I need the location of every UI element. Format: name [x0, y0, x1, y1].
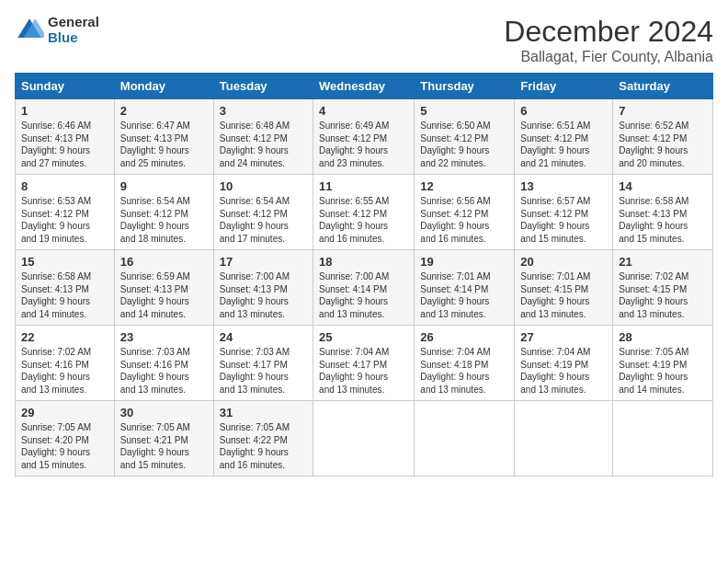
day-info: Sunrise: 6:54 AM Sunset: 4:12 PM Dayligh…: [220, 195, 307, 245]
day-number: 2: [120, 104, 208, 118]
day-cell: 18Sunrise: 7:00 AM Sunset: 4:14 PM Dayli…: [313, 250, 415, 326]
weekday-header-row: SundayMondayTuesdayWednesdayThursdayFrid…: [16, 74, 713, 99]
day-info: Sunrise: 7:01 AM Sunset: 4:15 PM Dayligh…: [520, 270, 607, 320]
page-header: General Blue December 2024 Ballagat, Fie…: [15, 15, 713, 65]
day-number: 27: [520, 330, 607, 344]
day-info: Sunrise: 7:02 AM Sunset: 4:16 PM Dayligh…: [21, 346, 108, 396]
day-info: Sunrise: 7:05 AM Sunset: 4:21 PM Dayligh…: [120, 421, 208, 471]
week-row-4: 22Sunrise: 7:02 AM Sunset: 4:16 PM Dayli…: [16, 326, 713, 401]
day-info: Sunrise: 6:48 AM Sunset: 4:12 PM Dayligh…: [220, 120, 307, 169]
day-cell: 11Sunrise: 6:55 AM Sunset: 4:12 PM Dayli…: [313, 175, 415, 250]
day-number: 3: [220, 104, 307, 118]
day-number: 12: [420, 179, 508, 193]
day-number: 28: [619, 330, 707, 344]
day-number: 4: [319, 104, 408, 118]
logo-blue-text: Blue: [48, 30, 99, 46]
day-cell: 9Sunrise: 6:54 AM Sunset: 4:12 PM Daylig…: [114, 175, 213, 250]
day-number: 18: [319, 255, 408, 269]
day-cell: 15Sunrise: 6:58 AM Sunset: 4:13 PM Dayli…: [16, 250, 115, 326]
weekday-header-friday: Friday: [515, 74, 613, 99]
week-row-5: 29Sunrise: 7:05 AM Sunset: 4:20 PM Dayli…: [16, 401, 713, 477]
day-info: Sunrise: 7:05 AM Sunset: 4:22 PM Dayligh…: [220, 421, 307, 471]
day-cell: 23Sunrise: 7:03 AM Sunset: 4:16 PM Dayli…: [114, 326, 213, 401]
day-info: Sunrise: 7:05 AM Sunset: 4:20 PM Dayligh…: [21, 421, 108, 471]
day-cell: [415, 401, 515, 477]
weekday-header-saturday: Saturday: [613, 74, 713, 99]
day-cell: 29Sunrise: 7:05 AM Sunset: 4:20 PM Dayli…: [16, 401, 115, 477]
day-cell: 13Sunrise: 6:57 AM Sunset: 4:12 PM Dayli…: [515, 175, 613, 250]
week-row-2: 8Sunrise: 6:53 AM Sunset: 4:12 PM Daylig…: [16, 175, 713, 250]
day-number: 9: [120, 179, 208, 193]
day-number: 13: [520, 179, 607, 193]
day-cell: 1Sunrise: 6:46 AM Sunset: 4:13 PM Daylig…: [16, 99, 115, 175]
day-info: Sunrise: 7:04 AM Sunset: 4:17 PM Dayligh…: [319, 346, 408, 396]
day-cell: 22Sunrise: 7:02 AM Sunset: 4:16 PM Dayli…: [16, 326, 115, 401]
day-cell: 27Sunrise: 7:04 AM Sunset: 4:19 PM Dayli…: [515, 326, 613, 401]
day-info: Sunrise: 6:50 AM Sunset: 4:12 PM Dayligh…: [420, 120, 508, 169]
weekday-header-thursday: Thursday: [415, 74, 515, 99]
day-info: Sunrise: 6:51 AM Sunset: 4:12 PM Dayligh…: [520, 120, 607, 169]
day-info: Sunrise: 7:04 AM Sunset: 4:18 PM Dayligh…: [420, 346, 508, 396]
day-number: 17: [220, 255, 307, 269]
day-info: Sunrise: 7:03 AM Sunset: 4:17 PM Dayligh…: [220, 346, 307, 396]
day-number: 1: [21, 104, 108, 118]
day-info: Sunrise: 7:05 AM Sunset: 4:19 PM Dayligh…: [619, 346, 707, 396]
logo-icon: [15, 16, 44, 45]
day-info: Sunrise: 6:59 AM Sunset: 4:13 PM Dayligh…: [120, 270, 208, 320]
calendar-table: SundayMondayTuesdayWednesdayThursdayFrid…: [15, 73, 713, 477]
day-number: 15: [21, 255, 108, 269]
day-number: 7: [619, 104, 707, 118]
day-info: Sunrise: 6:56 AM Sunset: 4:12 PM Dayligh…: [420, 195, 508, 245]
day-cell: 14Sunrise: 6:58 AM Sunset: 4:13 PM Dayli…: [613, 175, 713, 250]
day-cell: 3Sunrise: 6:48 AM Sunset: 4:12 PM Daylig…: [213, 99, 313, 175]
day-number: 25: [319, 330, 408, 344]
day-info: Sunrise: 6:53 AM Sunset: 4:12 PM Dayligh…: [21, 195, 108, 245]
day-cell: 12Sunrise: 6:56 AM Sunset: 4:12 PM Dayli…: [415, 175, 515, 250]
day-number: 30: [120, 406, 208, 419]
logo: General Blue: [15, 15, 99, 45]
day-cell: 10Sunrise: 6:54 AM Sunset: 4:12 PM Dayli…: [213, 175, 313, 250]
day-number: 21: [619, 255, 707, 269]
day-info: Sunrise: 7:00 AM Sunset: 4:13 PM Dayligh…: [220, 270, 307, 320]
weekday-header-sunday: Sunday: [16, 74, 115, 99]
day-number: 22: [21, 330, 108, 344]
day-info: Sunrise: 6:55 AM Sunset: 4:12 PM Dayligh…: [319, 195, 408, 245]
day-info: Sunrise: 6:58 AM Sunset: 4:13 PM Dayligh…: [619, 195, 707, 245]
day-number: 16: [120, 255, 208, 269]
day-number: 10: [220, 179, 307, 193]
day-info: Sunrise: 6:54 AM Sunset: 4:12 PM Dayligh…: [120, 195, 208, 245]
day-cell: 8Sunrise: 6:53 AM Sunset: 4:12 PM Daylig…: [16, 175, 115, 250]
day-info: Sunrise: 6:46 AM Sunset: 4:13 PM Dayligh…: [21, 120, 108, 169]
weekday-header-monday: Monday: [114, 74, 213, 99]
day-cell: 4Sunrise: 6:49 AM Sunset: 4:12 PM Daylig…: [313, 99, 415, 175]
day-number: 5: [420, 104, 508, 118]
day-number: 8: [21, 179, 108, 193]
day-cell: 6Sunrise: 6:51 AM Sunset: 4:12 PM Daylig…: [515, 99, 613, 175]
day-cell: 5Sunrise: 6:50 AM Sunset: 4:12 PM Daylig…: [415, 99, 515, 175]
day-number: 6: [520, 104, 607, 118]
day-number: 11: [319, 179, 408, 193]
logo-general-text: General: [48, 15, 99, 30]
week-row-1: 1Sunrise: 6:46 AM Sunset: 4:13 PM Daylig…: [16, 99, 713, 175]
day-cell: 24Sunrise: 7:03 AM Sunset: 4:17 PM Dayli…: [213, 326, 313, 401]
day-cell: 2Sunrise: 6:47 AM Sunset: 4:13 PM Daylig…: [114, 99, 213, 175]
day-cell: 20Sunrise: 7:01 AM Sunset: 4:15 PM Dayli…: [515, 250, 613, 326]
day-info: Sunrise: 7:00 AM Sunset: 4:14 PM Dayligh…: [319, 270, 408, 320]
day-number: 29: [21, 406, 108, 419]
day-cell: 7Sunrise: 6:52 AM Sunset: 4:12 PM Daylig…: [613, 99, 713, 175]
day-cell: [313, 401, 415, 477]
day-info: Sunrise: 7:04 AM Sunset: 4:19 PM Dayligh…: [520, 346, 607, 396]
day-number: 19: [420, 255, 508, 269]
day-number: 20: [520, 255, 607, 269]
day-cell: 26Sunrise: 7:04 AM Sunset: 4:18 PM Dayli…: [415, 326, 515, 401]
day-cell: 16Sunrise: 6:59 AM Sunset: 4:13 PM Dayli…: [114, 250, 213, 326]
day-number: 14: [619, 179, 707, 193]
day-cell: 30Sunrise: 7:05 AM Sunset: 4:21 PM Dayli…: [114, 401, 213, 477]
week-row-3: 15Sunrise: 6:58 AM Sunset: 4:13 PM Dayli…: [16, 250, 713, 326]
month-title: December 2024: [504, 15, 713, 49]
day-info: Sunrise: 6:58 AM Sunset: 4:13 PM Dayligh…: [21, 270, 108, 320]
day-cell: [613, 401, 713, 477]
day-info: Sunrise: 6:47 AM Sunset: 4:13 PM Dayligh…: [120, 120, 208, 169]
day-cell: 17Sunrise: 7:00 AM Sunset: 4:13 PM Dayli…: [213, 250, 313, 326]
weekday-header-wednesday: Wednesday: [313, 74, 415, 99]
